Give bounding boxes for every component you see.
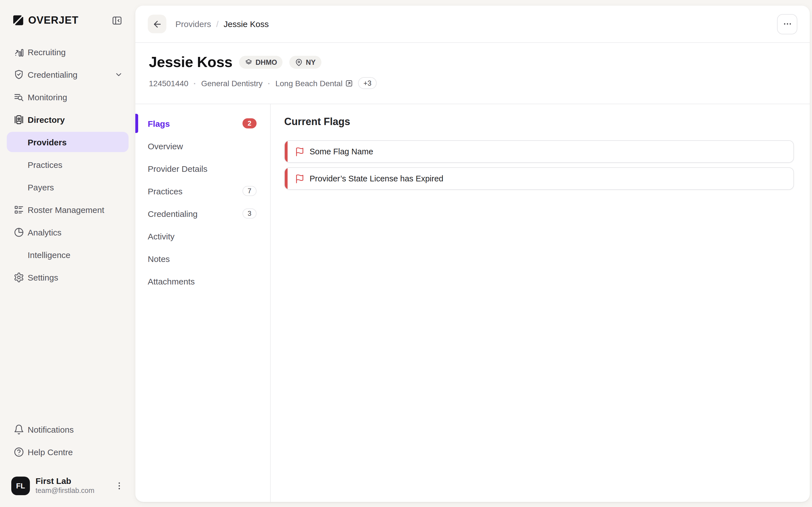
sidebar-item-help-centre[interactable]: Help Centre [7, 442, 129, 462]
gear-icon [13, 272, 24, 283]
provider-id: 124501440 [149, 78, 188, 88]
page-header: Providers / Jessie Koss [135, 6, 810, 42]
sidebar-footer: Notifications Help Centre FL First Lab t… [7, 419, 129, 499]
tab-label: Credentialing [148, 209, 198, 218]
tab-label: Notes [148, 254, 170, 263]
flags-count-badge: 2 [243, 119, 257, 128]
sidebar-item-providers[interactable]: Providers [7, 132, 129, 152]
practice-name: Long Beach Dental [275, 78, 343, 88]
tab-label: Provider Details [148, 164, 207, 173]
sidebar-item-label: Intelligence [28, 250, 70, 260]
sidebar: OVERJET Recruiting [0, 0, 135, 507]
user-meta: First Lab team@firstlab.com [36, 476, 94, 496]
sidebar-item-analytics[interactable]: Analytics [7, 222, 129, 242]
provider-tabs: Flags 2 Overview Provider Details Practi… [135, 104, 271, 502]
layers-icon [245, 58, 253, 66]
external-link-icon [345, 79, 353, 87]
sidebar-item-payers[interactable]: Payers [7, 177, 129, 197]
tab-provider-details[interactable]: Provider Details [135, 157, 270, 180]
sidebar-item-label: Analytics [28, 227, 61, 237]
flag-row[interactable]: Some Flag Name [284, 140, 794, 163]
practice-link[interactable]: Long Beach Dental [275, 78, 353, 88]
section-heading: Current Flags [284, 116, 794, 128]
tab-attachments[interactable]: Attachments [135, 270, 270, 292]
overjet-logo-icon [12, 14, 24, 26]
bell-icon [13, 424, 24, 435]
chart-growth-icon [13, 47, 24, 57]
breadcrumb: Providers / Jessie Koss [175, 19, 269, 29]
back-button[interactable] [148, 15, 166, 33]
logo-row: OVERJET [7, 0, 129, 41]
flag-row[interactable]: Provider’s State License has Expired [284, 167, 794, 190]
user-email: team@firstlab.com [36, 487, 94, 495]
collapse-sidebar-icon[interactable] [109, 13, 124, 27]
sidebar-item-label: Notifications [28, 425, 73, 434]
provider-title-block: Jessie Koss DHMO NY [135, 43, 810, 104]
avatar: FL [11, 476, 30, 495]
map-pin-icon [295, 58, 303, 66]
sidebar-item-settings[interactable]: Settings [7, 267, 129, 287]
provider-specialty: General Dentistry [201, 78, 263, 88]
tab-practices[interactable]: Practices 7 [135, 180, 270, 202]
flags-panel: Current Flags Some Flag Name [271, 104, 810, 502]
app-root: OVERJET Recruiting [0, 0, 812, 507]
sidebar-item-directory[interactable]: Directory [7, 109, 129, 129]
breadcrumb-current: Jessie Koss [223, 19, 269, 29]
main-panel: Providers / Jessie Koss Jessie Koss [135, 6, 810, 502]
sidebar-item-label: Monitoring [28, 92, 67, 102]
sidebar-item-label: Recruiting [28, 47, 66, 57]
flag-icon [295, 174, 305, 183]
more-actions-button[interactable] [777, 14, 797, 34]
plan-badge-label: DHMO [255, 58, 277, 66]
flag-label: Some Flag Name [310, 147, 373, 156]
sidebar-item-monitoring[interactable]: Monitoring [7, 87, 129, 107]
credentialing-count-badge: 3 [243, 209, 257, 219]
user-account-row[interactable]: FL First Lab team@firstlab.com [7, 472, 129, 499]
sidebar-item-label: Directory [28, 115, 65, 124]
state-badge: NY [290, 56, 321, 69]
plan-badge: DHMO [239, 56, 283, 69]
contact-card-icon [13, 114, 24, 125]
sidebar-item-recruiting[interactable]: Recruiting [7, 42, 129, 62]
sidebar-item-label: Providers [28, 137, 66, 147]
pie-chart-icon [13, 227, 24, 237]
user-name: First Lab [36, 476, 94, 487]
tab-label: Activity [148, 231, 174, 241]
sidebar-item-label: Payers [28, 182, 54, 192]
sidebar-item-label: Help Centre [28, 447, 73, 457]
kebab-menu-icon[interactable] [112, 478, 126, 493]
tab-activity[interactable]: Activity [135, 225, 270, 247]
tab-label: Flags [148, 119, 170, 128]
help-circle-icon [13, 446, 24, 457]
chevron-down-icon [114, 70, 123, 78]
sidebar-item-notifications[interactable]: Notifications [7, 419, 129, 439]
layout-list-icon [13, 204, 24, 215]
breadcrumb-separator: / [216, 19, 218, 29]
meta-separator: · [267, 78, 270, 88]
tab-notes[interactable]: Notes [135, 247, 270, 270]
tab-label: Overview [148, 141, 183, 151]
provider-meta-row: 124501440 · General Dentistry · Long Bea… [149, 77, 796, 89]
tab-overview[interactable]: Overview [135, 135, 270, 157]
more-practices-badge[interactable]: +3 [358, 77, 377, 89]
sidebar-item-label: Roster Management [28, 205, 104, 214]
page-title: Jessie Koss [149, 54, 232, 71]
list-search-icon [13, 92, 24, 102]
sidebar-item-practices[interactable]: Practices [7, 154, 129, 175]
sidebar-item-label: Credentialing [28, 69, 78, 79]
sidebar-nav: Recruiting Credentialing [7, 41, 129, 290]
state-badge-label: NY [306, 58, 316, 66]
tab-flags[interactable]: Flags 2 [135, 112, 270, 135]
flag-label: Provider’s State License has Expired [310, 174, 443, 183]
sidebar-item-intelligence[interactable]: Intelligence [7, 244, 129, 265]
meta-separator: · [193, 78, 196, 88]
practices-count-badge: 7 [243, 186, 257, 196]
tab-credentialing[interactable]: Credentialing 3 [135, 202, 270, 225]
sidebar-item-roster-management[interactable]: Roster Management [7, 200, 129, 220]
logo-text: OVERJET [28, 14, 79, 26]
shield-check-icon [13, 69, 24, 80]
breadcrumb-providers[interactable]: Providers [175, 19, 211, 29]
sidebar-item-label: Practices [28, 160, 62, 169]
sidebar-item-credentialing[interactable]: Credentialing [7, 64, 129, 84]
tab-label: Practices [148, 186, 183, 196]
